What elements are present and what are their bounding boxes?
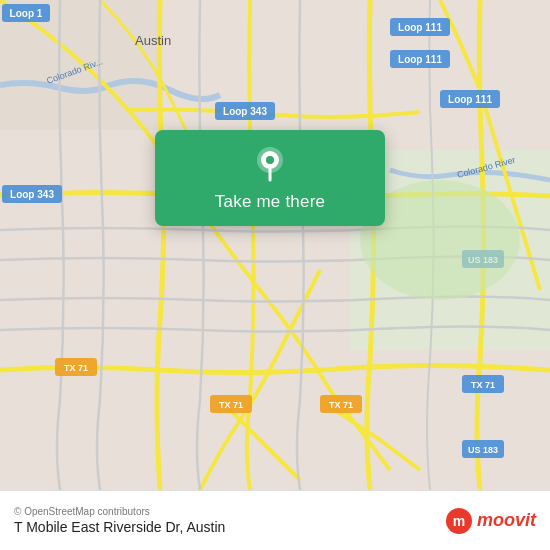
- svg-text:Loop 343: Loop 343: [10, 189, 54, 200]
- bottom-bar: © OpenStreetMap contributors T Mobile Ea…: [0, 490, 550, 550]
- svg-text:TX 71: TX 71: [219, 400, 243, 410]
- svg-text:Loop 343: Loop 343: [223, 106, 267, 117]
- svg-text:TX 71: TX 71: [329, 400, 353, 410]
- svg-text:Loop 1: Loop 1: [10, 8, 43, 19]
- svg-text:Loop 111: Loop 111: [398, 54, 442, 65]
- moovit-brand-text: moovit: [477, 510, 536, 531]
- map-container: Loop 1 Loop 111 Loop 111 Loop 111 Loop 3…: [0, 0, 550, 490]
- map-svg: Loop 1 Loop 111 Loop 111 Loop 111 Loop 3…: [0, 0, 550, 490]
- moovit-app-icon: m: [445, 507, 473, 535]
- popup-card: Take me there: [155, 130, 385, 226]
- svg-point-33: [266, 156, 274, 164]
- location-label: T Mobile East Riverside Dr, Austin: [14, 519, 435, 535]
- take-me-there-button[interactable]: Take me there: [215, 192, 325, 212]
- svg-text:Austin: Austin: [135, 33, 171, 48]
- svg-text:US 183: US 183: [468, 445, 498, 455]
- svg-text:Loop 111: Loop 111: [398, 22, 442, 33]
- svg-text:m: m: [453, 513, 465, 529]
- svg-text:TX 71: TX 71: [64, 363, 88, 373]
- svg-text:Loop 111: Loop 111: [448, 94, 492, 105]
- svg-text:TX 71: TX 71: [471, 380, 495, 390]
- osm-attribution: © OpenStreetMap contributors: [14, 506, 445, 517]
- location-pin-icon: [252, 146, 288, 182]
- moovit-logo: m moovit: [445, 507, 536, 535]
